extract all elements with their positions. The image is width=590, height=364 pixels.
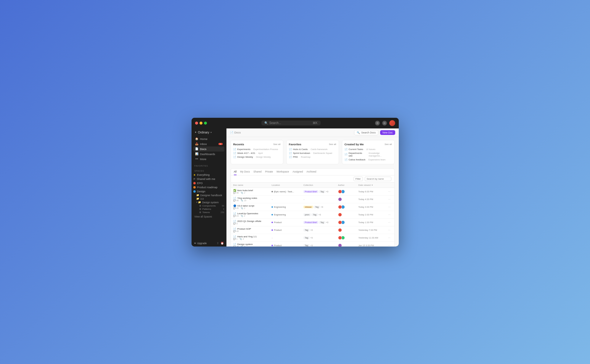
search-docs-icon: 🔍	[357, 131, 360, 134]
favorite-item-1[interactable]: 📄 Sprint burndown · Dashboards Squad	[289, 151, 336, 155]
sidebar-item-shared[interactable]: ⇌ Shared with me	[192, 177, 226, 181]
row-more-menu[interactable]: ···	[388, 190, 390, 193]
col-author: Author	[336, 183, 356, 188]
sidebar-item-product-roadmap[interactable]: Product roadmap	[192, 185, 226, 189]
tree-item-patterns[interactable]: ⊞ Patterns 9	[192, 207, 226, 211]
comment-count: 💬 45	[233, 246, 239, 247]
table-row[interactable]: 📄 Haris and Ying 1:1 💬 1📎 2 –Tag +3 Yest…	[231, 234, 394, 241]
date-value: Today 6:33 PM	[358, 190, 373, 193]
recent-item-0[interactable]: 📄 Experiments · Experimentation Process	[233, 147, 281, 151]
tree-item-30[interactable]: 📁 3.0	[192, 197, 226, 201]
docs-table-section: All My Docs Shared Private Workspace Ass…	[231, 168, 395, 247]
table-row[interactable]: 📄 LevelUp Opennotes 💬 23📎 2 Engineeringp…	[231, 211, 394, 218]
doc-icon-f0: 📄	[289, 148, 292, 151]
avatar-group	[338, 205, 354, 209]
location-cell: [Epic name] - Task...	[269, 188, 301, 195]
collection-tag: Tag	[303, 229, 310, 231]
workspace-selector[interactable]: ✦ Ordinary ▾	[192, 128, 226, 135]
tree-item-design-system[interactable]: ▾ 📁 Design system	[192, 201, 226, 204]
row-more-menu[interactable]: ···	[388, 236, 390, 239]
sidebar-item-docs[interactable]: 📄 Docs ···	[193, 146, 224, 152]
recent-item-1[interactable]: 📄 Week 4/17 - 4/21 · April	[233, 151, 281, 155]
tab-private[interactable]: Private	[265, 169, 273, 175]
tab-workspace[interactable]: Workspace	[276, 169, 289, 175]
collection-tag-extra: +3	[310, 229, 313, 231]
upgrade-button[interactable]: ✦ Upgrade	[194, 242, 207, 245]
close-button[interactable]	[195, 122, 198, 125]
tab-all[interactable]: All	[234, 169, 237, 175]
tab-archived[interactable]: Archived	[306, 169, 316, 175]
created-item-0[interactable]: 📄 Current Tasks · UI Issues	[345, 147, 392, 151]
doc-title: LevelUp Opennotes	[237, 212, 258, 215]
new-doc-button[interactable]: New Doc	[380, 130, 395, 135]
favorite-item-2[interactable]: 📄 PRD · Roadmap	[289, 155, 336, 159]
col-date-viewed[interactable]: Date viewed ▼	[356, 183, 385, 188]
actions-cell: ···	[385, 203, 394, 211]
recents-card: Recents See all 📄 Experiments · Experime…	[231, 140, 283, 164]
everything-label: Everything	[197, 173, 210, 176]
attachment-count: 📎 2	[239, 238, 244, 240]
recent-item-2[interactable]: 📄 Design Weekly · Design Weekly	[233, 155, 281, 159]
docs-menu-icon[interactable]: ···	[220, 147, 223, 150]
table-row[interactable]: 📄 Product SOP 💬 45 ProductTag +3 Yesterd…	[231, 226, 394, 234]
tab-assigned[interactable]: Assigned	[292, 169, 303, 175]
sidebar-item-dashboards[interactable]: 📊 Dashboards	[193, 152, 224, 157]
recents-see-all[interactable]: See all	[273, 143, 280, 146]
tree-item-designer-handbook[interactable]: 📁 Designer handbook	[192, 194, 226, 197]
table-row[interactable]: ✅ Item hubs brief 💬 36📎 2 [Epic name] - …	[231, 188, 394, 195]
user-avatar[interactable]	[389, 120, 395, 126]
sidebar-item-everything[interactable]: ★ Everything	[192, 173, 226, 177]
created-by-me-card: Created by Me See all 📄 Current Tasks · …	[342, 140, 395, 164]
sidebar-item-inbox[interactable]: 📥 Inbox 1	[193, 141, 224, 146]
search-by-name-input[interactable]	[365, 177, 391, 181]
table-row[interactable]: 📄 Design system 💬 45📎 2 ProductTag +3 Ja…	[231, 241, 394, 247]
sidebar-item-more[interactable]: ••• More	[193, 157, 224, 162]
search-docs-button[interactable]: 🔍 Search Docs	[354, 130, 378, 135]
created-see-all[interactable]: See all	[385, 143, 392, 146]
actions-cell: ···	[385, 218, 394, 226]
created-item-1[interactable]: 📄 Departments wiki · Knowledge manageme.…	[345, 151, 392, 158]
row-more-menu[interactable]: ···	[388, 213, 390, 216]
doc-title: Item hubs brief	[237, 189, 253, 192]
view-all-spaces[interactable]: View all Spaces	[192, 214, 226, 219]
sidebar-item-home[interactable]: 🏠 Home	[193, 136, 224, 141]
filter-button[interactable]: Filter	[353, 177, 363, 181]
search-container[interactable]: 🔍 Search... ⌘K	[261, 120, 321, 125]
grid-icon[interactable]: ⊞	[382, 121, 387, 125]
table-row[interactable]: 📄 Ying working notes 💬 40📎 15 ––Today 4:…	[231, 195, 394, 203]
table-row[interactable]: 🔵 V3.0 tailor script 💬 45📎 2 Engineering…	[231, 203, 394, 211]
col-location: Location	[269, 183, 301, 188]
row-more-menu[interactable]: ···	[388, 198, 390, 201]
table-row[interactable]: 📄 2023 Q1 Design offsite 💬 3 ProductProd…	[231, 218, 394, 226]
doc-name-cell: 🔵 V3.0 tailor script 💬 45📎 2	[231, 203, 269, 211]
titlebar: 🔍 Search... ⌘K ⚙ ⊞	[192, 118, 399, 128]
row-more-menu[interactable]: ···	[388, 205, 390, 208]
location-cell: Engineering	[269, 211, 301, 218]
avatar	[338, 236, 342, 240]
location-dot	[271, 229, 273, 231]
row-more-menu[interactable]: ···	[388, 244, 390, 247]
maximize-button[interactable]	[204, 122, 207, 125]
tab-my-docs[interactable]: My Docs	[240, 169, 250, 175]
settings-icon[interactable]: ⚙	[375, 121, 380, 125]
collection-tag: Tag	[311, 213, 318, 216]
sidebar-item-design[interactable]: Design	[192, 189, 226, 194]
minimize-button[interactable]	[200, 122, 202, 125]
collection-tag-extra: +3	[326, 221, 328, 223]
sidebar-item-epo[interactable]: EPO	[192, 181, 226, 185]
new-doc-label: New Doc	[382, 131, 393, 134]
favorite-item-0[interactable]: 📄 Hubs & Cards · Cards framework	[289, 147, 336, 151]
share-footer-icon[interactable]: ⇧	[217, 242, 219, 245]
patterns-icon: ⊞	[199, 208, 201, 210]
row-more-menu[interactable]: ···	[388, 221, 390, 224]
tree-item-components[interactable]: ⊞ Components 56	[192, 204, 226, 207]
favorites-see-all[interactable]: See all	[329, 143, 336, 146]
row-more-menu[interactable]: ···	[388, 228, 390, 231]
epo-dot	[193, 182, 196, 184]
tab-shared[interactable]: Shared	[253, 169, 261, 175]
tree-item-tokens[interactable]: ⊞ Tokens 256	[192, 211, 226, 214]
comment-count: 💬 36	[233, 192, 239, 194]
components-count: 56	[222, 204, 224, 207]
clock-footer-icon[interactable]: ⏰	[221, 242, 224, 245]
created-item-2[interactable]: 📄 Calixa feedback · Expansions team	[345, 158, 392, 162]
